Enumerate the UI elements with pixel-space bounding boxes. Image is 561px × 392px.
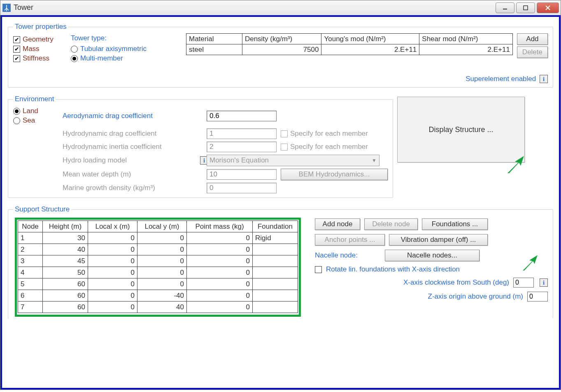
cell-pointmass[interactable]: 0 [187, 255, 253, 267]
tubular-radio[interactable] [71, 46, 78, 53]
minimize-button[interactable] [496, 2, 514, 13]
cell-node[interactable]: 1 [18, 232, 43, 244]
table-row[interactable]: 240000 [18, 244, 298, 255]
hydro-drag-input [207, 128, 277, 139]
cell-height[interactable]: 50 [43, 267, 88, 278]
cell-localx[interactable]: 0 [88, 290, 137, 302]
specify-member-label-1: Specify for each member [290, 130, 368, 138]
cell-density[interactable]: 7500 [242, 44, 321, 55]
rotate-foundations-label: Rotate lin. foundations with X-axis dire… [326, 265, 460, 274]
cell-height[interactable]: 40 [43, 244, 88, 255]
land-label: Land [23, 107, 38, 115]
sea-radio[interactable] [13, 117, 20, 124]
cell-localx[interactable]: 0 [88, 255, 137, 267]
cell-localy[interactable]: 0 [137, 232, 187, 244]
cell-foundation[interactable] [253, 302, 298, 313]
cell-foundation[interactable] [253, 255, 298, 267]
superelement-link[interactable]: Superelement enabled [466, 75, 536, 83]
marine-growth-label: Marine growth density (kg/m³) [63, 184, 198, 192]
material-row[interactable]: steel 7500 2.E+11 2.E+11 [186, 44, 513, 55]
cell-localx[interactable]: 0 [88, 278, 137, 290]
cell-node[interactable]: 6 [18, 290, 43, 302]
cell-material[interactable]: steel [186, 44, 242, 55]
cell-localx[interactable]: 0 [88, 232, 137, 244]
stiffness-checkbox[interactable] [13, 55, 20, 62]
table-row[interactable]: 345000 [18, 255, 298, 267]
cell-node[interactable]: 7 [18, 302, 43, 313]
info-icon-xaxis[interactable]: i [540, 278, 548, 287]
delete-material-button: Delete [517, 46, 548, 58]
cell-youngs[interactable]: 2.E+11 [321, 44, 419, 55]
support-controls: Add node Delete node Foundations ... Anc… [315, 216, 548, 318]
cell-foundation[interactable]: Rigid [253, 232, 298, 244]
table-row[interactable]: 7600400 [18, 302, 298, 313]
cell-foundation[interactable] [253, 290, 298, 302]
cell-node[interactable]: 2 [18, 244, 43, 255]
foundations-button[interactable]: Foundations ... [422, 218, 488, 230]
vibration-damper-button[interactable]: Vibration damper (off) ... [389, 234, 488, 246]
cell-localx[interactable]: 0 [88, 302, 137, 313]
cell-localy[interactable]: 0 [137, 244, 187, 255]
cell-foundation[interactable] [253, 267, 298, 278]
cell-node[interactable]: 3 [18, 255, 43, 267]
xaxis-input[interactable] [513, 278, 534, 288]
material-table[interactable]: Material Density (kg/m³) Young's mod (N/… [186, 33, 513, 72]
col-shear: Shear mod (N/m²) [419, 34, 513, 44]
environment-legend: Environment [13, 95, 56, 103]
cell-localy[interactable]: -40 [137, 290, 187, 302]
cell-localy[interactable]: 0 [137, 278, 187, 290]
table-row[interactable]: 450000 [18, 267, 298, 278]
cell-pointmass[interactable]: 0 [187, 290, 253, 302]
cell-localx[interactable]: 0 [88, 267, 137, 278]
cell-shear[interactable]: 2.E+11 [419, 44, 513, 55]
add-material-button[interactable]: Add [517, 33, 548, 45]
info-icon[interactable]: i [540, 75, 548, 83]
support-structure-group: Support Structure Node Height (m) Local … [8, 205, 553, 318]
zaxis-input[interactable] [527, 292, 548, 302]
cell-localy[interactable]: 40 [137, 302, 187, 313]
maximize-button[interactable] [516, 2, 535, 13]
geometry-checkbox[interactable] [13, 36, 20, 43]
close-button[interactable] [537, 2, 559, 13]
table-row[interactable]: 560000 [18, 278, 298, 290]
mass-label: Mass [23, 45, 40, 53]
tower-window: Tower Tower properties Geometry Mass [0, 0, 561, 390]
cell-height[interactable]: 30 [43, 232, 88, 244]
content-area: Tower properties Geometry Mass Stiffness [0, 15, 561, 390]
cell-pointmass[interactable]: 0 [187, 232, 253, 244]
cell-node[interactable]: 5 [18, 278, 43, 290]
add-node-button[interactable]: Add node [315, 218, 360, 230]
cell-localy[interactable]: 0 [137, 267, 187, 278]
cell-height[interactable]: 60 [43, 302, 88, 313]
aero-drag-input[interactable] [207, 111, 277, 121]
col-localy: Local y (m) [137, 221, 187, 232]
specify-member-check-2 [281, 144, 288, 151]
land-radio[interactable] [13, 108, 20, 115]
cell-height[interactable]: 60 [43, 290, 88, 302]
table-row[interactable]: 6600-400 [18, 290, 298, 302]
col-foundation: Foundation [253, 221, 298, 232]
cell-localy[interactable]: 0 [137, 255, 187, 267]
col-material: Material [186, 34, 242, 44]
multimember-radio[interactable] [71, 55, 78, 62]
cell-node[interactable]: 4 [18, 267, 43, 278]
cell-foundation[interactable] [253, 244, 298, 255]
table-row[interactable]: 130000Rigid [18, 232, 298, 244]
rotate-foundations-checkbox[interactable] [315, 266, 322, 273]
cell-pointmass[interactable]: 0 [187, 244, 253, 255]
cell-height[interactable]: 60 [43, 278, 88, 290]
cell-localx[interactable]: 0 [88, 244, 137, 255]
nodes-table[interactable]: Node Height (m) Local x (m) Local y (m) … [18, 220, 298, 313]
cell-foundation[interactable] [253, 278, 298, 290]
cell-height[interactable]: 45 [43, 255, 88, 267]
cell-pointmass[interactable]: 0 [187, 267, 253, 278]
hydro-drag-label: Hydrodynamic drag coefficient [63, 130, 198, 138]
display-structure-button[interactable]: Display Structure ... [397, 97, 525, 162]
nacelle-node-label: Nacelle node: [315, 251, 381, 260]
nacelle-nodes-button[interactable]: Nacelle nodes... [385, 250, 480, 261]
mass-checkbox[interactable] [13, 46, 20, 53]
cell-pointmass[interactable]: 0 [187, 302, 253, 313]
cell-pointmass[interactable]: 0 [187, 278, 253, 290]
specify-member-check-1 [281, 130, 288, 137]
highlight-box: Node Height (m) Local x (m) Local y (m) … [15, 218, 301, 317]
